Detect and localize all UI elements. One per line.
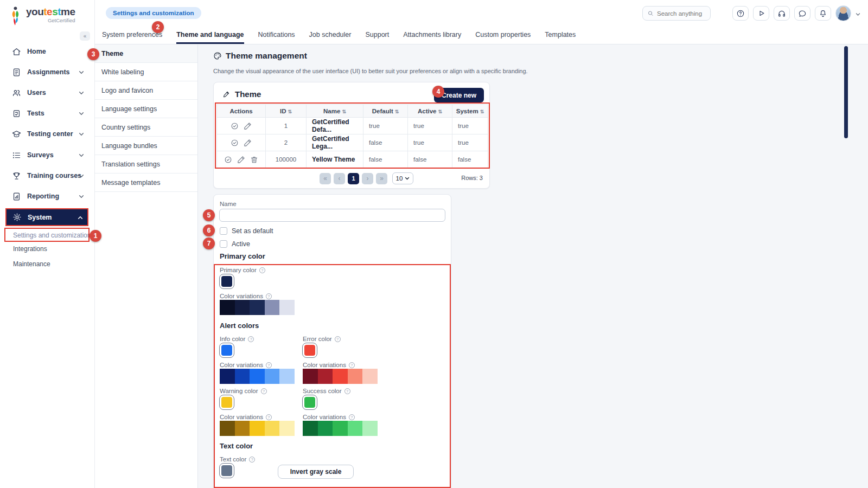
sidebar-item-assignments[interactable]: Assignments bbox=[0, 64, 95, 80]
text-color-swatch[interactable] bbox=[219, 463, 234, 478]
column-header-active[interactable]: Active⇅ bbox=[408, 105, 452, 118]
help-icon: ? bbox=[349, 414, 355, 420]
tab-system-preferences[interactable]: System preferences bbox=[102, 26, 162, 44]
set-as-default-checkbox-row[interactable]: Set as default bbox=[220, 227, 273, 235]
chat-button[interactable] bbox=[794, 6, 810, 21]
subnav-item-message-templates[interactable]: Message templates bbox=[95, 174, 197, 192]
cell-id: 1 bbox=[266, 118, 307, 134]
invert-gray-scale-button[interactable]: Invert gray scale bbox=[278, 465, 354, 479]
next-page-button[interactable]: › bbox=[362, 173, 373, 184]
sidebar-item-testing-center[interactable]: Testing center bbox=[0, 126, 95, 142]
themes-table: Actions ID⇅ Name⇅ Default⇅ Active⇅ Syste… bbox=[216, 104, 488, 168]
edit-icon[interactable] bbox=[237, 156, 245, 164]
cell-id: 2 bbox=[266, 134, 307, 151]
support-button[interactable] bbox=[774, 6, 790, 21]
first-page-button[interactable]: « bbox=[320, 173, 331, 184]
subnav-item-white-labeling[interactable]: White labeling bbox=[95, 63, 197, 81]
page-size-select[interactable]: 10 bbox=[392, 172, 413, 184]
home-icon bbox=[12, 47, 21, 56]
rows-count-label: Rows: 3 bbox=[461, 175, 483, 181]
checkbox[interactable] bbox=[220, 227, 227, 235]
sidebar-item-settings-and-customization[interactable]: Settings and customization bbox=[0, 228, 95, 242]
sidebar-item-surveys[interactable]: Surveys bbox=[0, 147, 95, 163]
success-color-swatch[interactable] bbox=[302, 395, 317, 410]
sort-icon[interactable]: ⇅ bbox=[288, 109, 292, 114]
cell-name: GetCertified Lega... bbox=[307, 134, 363, 151]
approve-icon[interactable] bbox=[231, 139, 239, 147]
tests-icon bbox=[12, 109, 21, 118]
subnav-item-language-bundles[interactable]: Language bundles bbox=[95, 137, 197, 155]
chevron-down-icon bbox=[79, 172, 84, 179]
tab-attachments-library[interactable]: Attachments library bbox=[403, 26, 461, 44]
edit-icon[interactable] bbox=[244, 122, 252, 130]
demo-videos-button[interactable] bbox=[753, 6, 769, 21]
users-icon bbox=[12, 88, 21, 98]
sidebar-item-integrations[interactable]: Integrations bbox=[0, 242, 95, 255]
help-icon: ? bbox=[266, 414, 272, 420]
help-icon: ? bbox=[266, 362, 272, 368]
sidebar-item-reporting[interactable]: Reporting bbox=[0, 188, 95, 204]
page-description: Change the visual appearance of the user… bbox=[213, 68, 528, 74]
sidebar-collapse-button[interactable]: « bbox=[80, 31, 90, 41]
primary-color-swatch[interactable] bbox=[219, 274, 234, 289]
edit-icon[interactable] bbox=[244, 139, 252, 147]
cell-system: true bbox=[452, 118, 488, 134]
subnav-item-logo-and-favicon[interactable]: Logo and favicon bbox=[95, 81, 197, 100]
avatar[interactable] bbox=[835, 5, 851, 21]
previous-page-button[interactable]: ‹ bbox=[334, 173, 345, 184]
last-page-button[interactable]: » bbox=[376, 173, 387, 184]
theme-name-input[interactable] bbox=[219, 209, 445, 222]
search-input[interactable] bbox=[657, 10, 706, 17]
column-header-default[interactable]: Default⇅ bbox=[363, 105, 408, 118]
vertical-scrollbar[interactable] bbox=[844, 46, 848, 138]
play-icon bbox=[757, 9, 765, 17]
tab-theme-and-language[interactable]: Theme and language bbox=[176, 26, 244, 44]
warning-color-swatch[interactable] bbox=[219, 395, 234, 410]
chat-icon bbox=[798, 9, 807, 18]
sort-icon[interactable]: ⇅ bbox=[438, 109, 442, 114]
column-header-system[interactable]: System⇅ bbox=[452, 105, 488, 118]
approve-icon[interactable] bbox=[231, 122, 239, 130]
chevron-down-icon[interactable] bbox=[856, 9, 860, 18]
delete-icon[interactable] bbox=[250, 156, 258, 164]
bell-icon bbox=[819, 9, 827, 18]
page-title: Theme management bbox=[213, 51, 307, 61]
approve-icon[interactable] bbox=[224, 156, 232, 164]
help-icon: ? bbox=[259, 267, 265, 273]
create-new-button[interactable]: Create new bbox=[434, 88, 484, 102]
tab-notifications[interactable]: Notifications bbox=[258, 26, 295, 44]
tab-support[interactable]: Support bbox=[365, 26, 389, 44]
subnav-item-theme[interactable]: Theme bbox=[95, 44, 197, 63]
help-button[interactable] bbox=[732, 6, 749, 21]
question-icon bbox=[736, 9, 745, 18]
tab-custom-properties[interactable]: Custom properties bbox=[475, 26, 531, 44]
subnav-item-country-settings[interactable]: Country settings bbox=[95, 118, 197, 137]
active-checkbox-row[interactable]: Active bbox=[220, 240, 250, 248]
current-page-button[interactable]: 1 bbox=[348, 173, 359, 184]
chevron-down-icon bbox=[79, 68, 84, 76]
info-color-swatch[interactable] bbox=[219, 343, 234, 358]
notifications-button[interactable] bbox=[815, 6, 831, 21]
cell-id: 100000 bbox=[266, 151, 307, 168]
subnav-item-language-settings[interactable]: Language settings bbox=[95, 100, 197, 118]
sidebar-item-tests[interactable]: Tests bbox=[0, 105, 95, 121]
column-header-id[interactable]: ID⇅ bbox=[266, 105, 307, 118]
column-header-actions[interactable]: Actions bbox=[217, 105, 266, 118]
search-box[interactable] bbox=[642, 6, 711, 21]
error-color-swatch[interactable] bbox=[302, 343, 317, 358]
tab-templates[interactable]: Templates bbox=[545, 26, 576, 44]
sidebar-item-home[interactable]: Home bbox=[0, 43, 95, 60]
tab-job-scheduler[interactable]: Job scheduler bbox=[309, 26, 352, 44]
column-header-name[interactable]: Name⇅ bbox=[307, 105, 363, 118]
sidebar-item-users[interactable]: Users bbox=[0, 85, 95, 101]
cell-system: true bbox=[452, 134, 488, 151]
sort-icon[interactable]: ⇅ bbox=[395, 109, 399, 114]
sort-icon[interactable]: ⇅ bbox=[342, 109, 346, 114]
sort-icon[interactable]: ⇅ bbox=[480, 109, 484, 114]
cell-default: false bbox=[363, 151, 408, 168]
sidebar-item-system[interactable]: System bbox=[5, 208, 88, 226]
sidebar-item-maintenance[interactable]: Maintenance bbox=[0, 257, 95, 271]
sidebar-item-training-courses[interactable]: Training courses bbox=[0, 168, 95, 184]
subnav-item-translation-settings[interactable]: Translation settings bbox=[95, 155, 197, 174]
checkbox[interactable] bbox=[220, 240, 227, 248]
